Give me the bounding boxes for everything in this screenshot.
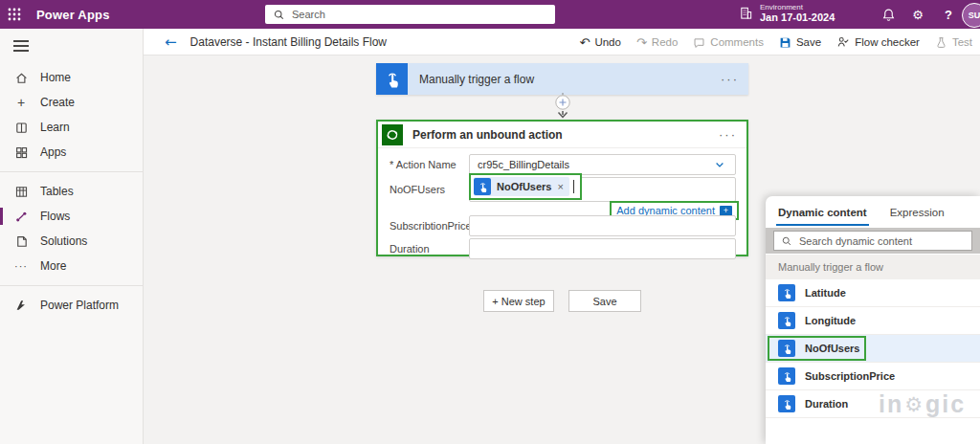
environment-building-icon [739,6,753,20]
app-title[interactable]: Power Apps [36,8,110,22]
sidebar-item-create[interactable]: + Create [0,90,143,115]
search-icon [273,9,285,21]
panel-search-band: Search dynamic content [766,228,980,254]
new-step-button[interactable]: + New step [483,290,554,312]
collapse-sidebar-icon[interactable] [13,40,29,52]
field-row-duration: Duration [378,237,746,260]
tab-dynamic-content[interactable]: Dynamic content [778,207,867,218]
canvas-save-button[interactable]: Save [568,290,641,312]
token-remove-icon[interactable]: × [557,181,563,192]
trigger-card-manually-trigger-flow[interactable]: Manually trigger a flow ··· [376,63,748,95]
chevron-down-icon[interactable] [714,159,725,170]
settings-gear-icon[interactable]: ⚙ [903,0,932,29]
environment-name: Jan 17-01-2024 [760,11,835,24]
panel-tabs: Dynamic content Expression [766,196,980,228]
arrow-down-icon [559,111,568,118]
book-icon [13,120,29,135]
dynamic-token-noofusers[interactable]: NoOfUsers × [474,177,569,196]
manual-trigger-touch-icon [778,284,795,301]
token-highlight-box: NoOfUsers × [469,173,582,200]
panel-search-placeholder: Search dynamic content [799,235,912,247]
solutions-box-icon [13,233,29,249]
subscribtionprice-label: SubscribtionPrice [390,220,472,232]
gear-glyph-in-watermark: ⚙ [904,393,924,416]
sidebar-item-flows[interactable]: Flows [0,204,143,229]
more-ellipsis-icon: ··· [13,258,29,274]
sidebar-item-power-platform[interactable]: Power Platform [0,293,143,318]
save-floppy-icon [779,36,791,49]
sidebar-item-more[interactable]: ··· More [0,254,143,278]
sidebar-item-apps[interactable]: Apps [0,140,143,165]
comments-button[interactable]: Comments [693,36,764,49]
sidebar-item-home[interactable]: Home [0,65,143,90]
redo-button[interactable]: ↷ Redo [636,35,678,50]
dynamic-item-subscriptionprice[interactable]: SubscriptionPrice [766,363,980,390]
flow-header-bar: ← Dataverse - Instant Billing Details Fl… [144,29,980,56]
redo-icon: ↷ [636,35,647,50]
flow-checker-button[interactable]: Flow checker [836,35,920,49]
notifications-bell-icon[interactable] [874,0,902,29]
sidebar-item-solutions[interactable]: Solutions [0,229,143,254]
search-icon [781,235,792,247]
manual-trigger-touch-icon [778,367,795,385]
insert-step-connector [551,93,574,122]
help-icon[interactable]: ? [934,0,963,29]
dynamic-content-search-input[interactable]: Search dynamic content [773,231,972,251]
undo-button[interactable]: ↶ Undo [580,35,621,50]
search-placeholder: Search [292,9,325,20]
flow-toolbar: ↶ Undo ↷ Redo Comments Save Flow checker [580,29,972,56]
noofusers-label: NoOFUsers [390,184,445,195]
environment-picker[interactable]: Environment Jan 17-01-2024 [739,3,835,24]
dynamic-content-panel: Dynamic content Expression Search dynami… [766,196,980,444]
manual-trigger-touch-icon [376,63,408,95]
table-icon [13,184,29,199]
save-button[interactable]: Save [779,36,821,49]
dynamic-item-longitude[interactable]: Longitude [766,307,980,335]
home-icon [13,70,29,85]
power-platform-icon [13,298,29,313]
flow-checker-icon [836,35,850,49]
trigger-card-title: Manually trigger a flow [419,73,721,86]
sidebar-divider [0,171,143,172]
inogic-watermark: in⚙gic [879,390,966,418]
global-search-input[interactable]: Search [265,5,555,24]
dataverse-icon [382,124,403,145]
sidebar-item-tables[interactable]: Tables [0,179,143,204]
action-card-menu-icon[interactable]: ··· [719,127,746,142]
manual-trigger-touch-icon [778,312,795,329]
flows-icon [13,209,29,224]
environment-label: Environment [760,3,835,11]
duration-label: Duration [390,243,430,255]
manual-trigger-touch-icon [474,178,491,195]
undo-icon: ↶ [580,35,590,50]
text-cursor [573,180,574,193]
plus-icon: + [13,95,29,110]
back-arrow-icon[interactable]: ← [165,33,177,51]
comment-bubble-icon [693,36,705,49]
trigger-card-menu-icon[interactable]: ··· [721,72,748,86]
action-card-header[interactable]: Perform an unbound action ··· [378,122,746,148]
duration-input[interactable] [469,238,736,259]
action-name-label: * Action Name [390,159,457,170]
topbar: Power Apps Search Environment Jan 17-01-… [0,0,980,29]
sidebar: Home + Create Learn Apps Tables Flows So… [0,29,144,444]
tab-expression[interactable]: Expression [890,207,945,218]
apps-grid-icon [13,144,29,160]
dynamic-item-latitude[interactable]: Latitude [766,279,980,307]
sidebar-item-learn[interactable]: Learn [0,115,143,140]
test-beaker-icon [935,36,947,49]
noofusers-highlight-box [768,336,866,361]
action-card-perform-unbound-action[interactable]: Perform an unbound action ··· * Action N… [376,120,748,256]
dynamic-item-noofusers[interactable]: NoOfUsers [766,335,980,363]
action-name-select[interactable]: cr95c_BillingDetails [469,154,736,175]
user-avatar[interactable]: SU [962,3,980,28]
test-button[interactable]: Test [935,36,972,49]
subscribtionprice-input[interactable] [469,215,736,236]
panel-section-header: Manually trigger a flow [766,255,980,279]
action-card-title: Perform an unbound action [412,128,719,142]
waffle-menu-icon[interactable] [0,0,29,29]
flow-title: Dataverse - Instant Billing Details Flow [190,35,387,49]
sidebar-divider [0,285,143,286]
field-row-subscribtionprice: SubscribtionPrice [378,214,746,237]
manual-trigger-touch-icon [778,395,795,412]
